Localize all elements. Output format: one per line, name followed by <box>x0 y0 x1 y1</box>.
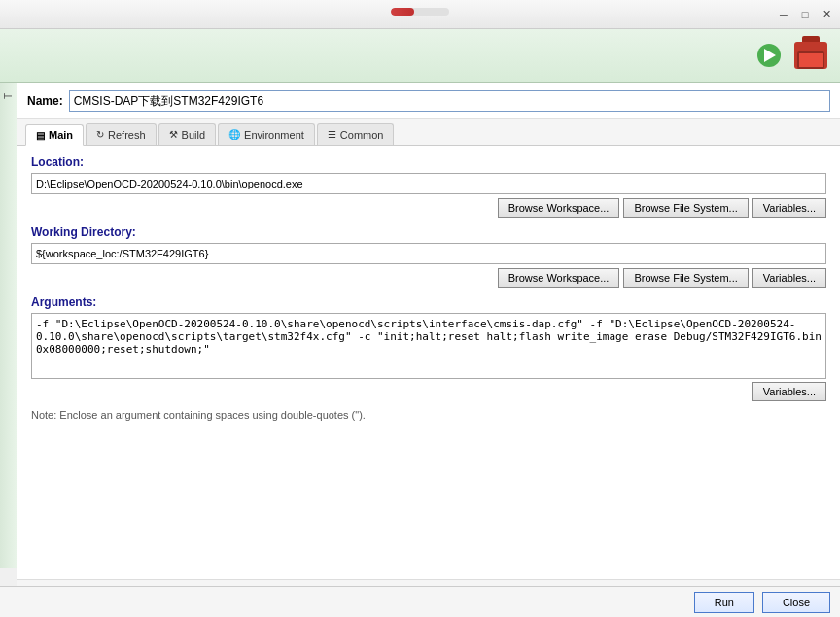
progress-bar <box>391 8 449 16</box>
common-tab-icon: ☰ <box>328 129 336 140</box>
arguments-wrapper: -f "D:\Eclipse\OpenOCD-20200524-0.10.0\s… <box>31 313 826 382</box>
common-tab-label: Common <box>340 129 384 141</box>
toolbox-icon <box>794 42 827 69</box>
arguments-section: Arguments: -f "D:\Eclipse\OpenOCD-202005… <box>31 295 826 401</box>
left-strip: T <box>0 83 18 568</box>
close-window-button[interactable]: ✕ <box>817 5 836 24</box>
tabs-bar: ▤ Main ↻ Refresh ⚒ Build 🌐 Environment ☰… <box>18 119 840 146</box>
browse-filesystem-1-button[interactable]: Browse File System... <box>623 198 748 218</box>
environment-tab-icon: 🌐 <box>228 129 240 140</box>
browse-filesystem-2-button[interactable]: Browse File System... <box>623 268 748 288</box>
main-tab-icon: ▤ <box>36 130 45 141</box>
top-toolbar <box>0 29 840 83</box>
refresh-tab-icon: ↻ <box>96 129 104 140</box>
browse-workspace-2-button[interactable]: Browse Workspace... <box>498 268 620 288</box>
variables-2-button[interactable]: Variables... <box>752 268 826 288</box>
location-label: Location: <box>31 155 826 169</box>
main-tab-label: Main <box>49 129 73 141</box>
working-dir-input[interactable] <box>31 243 826 264</box>
location-input[interactable] <box>31 173 826 194</box>
variables-1-button[interactable]: Variables... <box>752 198 826 218</box>
note-text: Note: Enclose an argument containing spa… <box>31 409 826 421</box>
build-tab-icon: ⚒ <box>169 129 178 140</box>
arguments-textarea[interactable]: -f "D:\Eclipse\OpenOCD-20200524-0.10.0\s… <box>31 313 826 379</box>
maximize-button[interactable]: □ <box>795 5 815 24</box>
progress-fill <box>391 8 414 16</box>
footer-bar: Run Close <box>0 586 840 617</box>
name-label: Name: <box>27 94 63 108</box>
toolbox-button[interactable] <box>791 36 830 75</box>
tab-refresh[interactable]: ↻ Refresh <box>86 123 157 145</box>
variables-3-btn-row: Variables... <box>31 382 826 401</box>
working-dir-section: Working Directory: Browse Workspace... B… <box>31 225 826 288</box>
variables-3-button[interactable]: Variables... <box>752 382 826 401</box>
environment-tab-label: Environment <box>244 129 304 141</box>
location-btn-row: Browse Workspace... Browse File System..… <box>31 198 826 218</box>
toolbox-inner <box>797 51 824 69</box>
build-tab-label: Build <box>182 129 205 141</box>
tab-main[interactable]: ▤ Main <box>25 124 84 146</box>
run-triangle-icon <box>764 49 776 62</box>
run-button[interactable] <box>752 36 791 75</box>
run-footer-button[interactable]: Run <box>694 592 754 613</box>
close-footer-button[interactable]: Close <box>762 592 830 613</box>
title-bar: ─ □ ✕ <box>0 0 840 29</box>
tab-build[interactable]: ⚒ Build <box>158 123 216 145</box>
tab-content-main: Location: Browse Workspace... Browse Fil… <box>18 146 840 579</box>
name-input[interactable] <box>69 90 830 112</box>
name-bar: Name: <box>18 83 840 119</box>
location-section: Location: Browse Workspace... Browse Fil… <box>31 155 826 218</box>
refresh-tab-label: Refresh <box>108 129 146 141</box>
left-strip-label: T <box>3 92 14 99</box>
working-dir-btn-row: Browse Workspace... Browse File System..… <box>31 268 826 288</box>
tab-environment[interactable]: 🌐 Environment <box>218 123 315 145</box>
browse-workspace-1-button[interactable]: Browse Workspace... <box>498 198 620 218</box>
main-content: Name: ▤ Main ↻ Refresh ⚒ Build 🌐 Environ… <box>18 83 840 617</box>
arguments-label: Arguments: <box>31 295 826 309</box>
tab-common[interactable]: ☰ Common <box>317 123 395 145</box>
minimize-button[interactable]: ─ <box>774 5 793 24</box>
run-circle-icon <box>757 44 781 67</box>
working-dir-label: Working Directory: <box>31 225 826 239</box>
